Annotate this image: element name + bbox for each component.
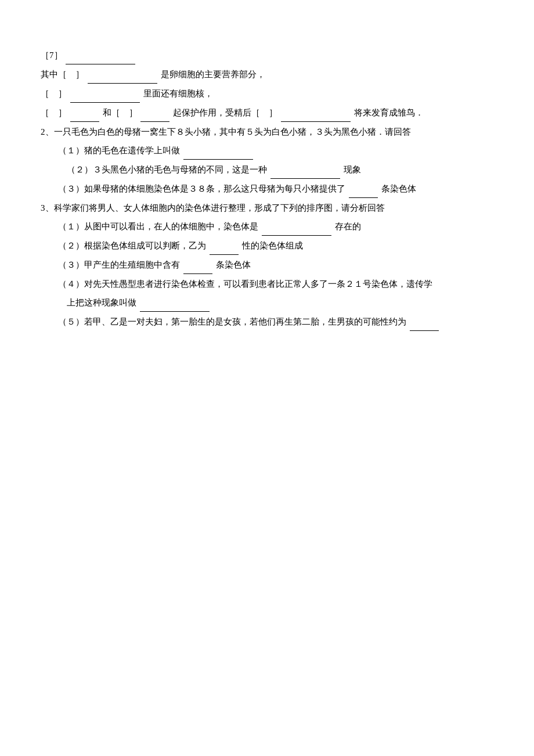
q3-4-2-text: 上把这种现象叫做 (67, 298, 136, 307)
bracket-4a: ［ ］ (41, 108, 67, 117)
q3-1-suffix: 存在的 (335, 222, 361, 231)
blank-nutrition (88, 66, 157, 84)
q2-3-text: （３）如果母猪的体细胞染色体是３８条，那么这只母猪为每只小猪提供了 (58, 184, 345, 193)
text-qizhong: 其中［ ］ (41, 70, 84, 79)
bracket-3: ［ ］ (41, 89, 67, 98)
blank-q3-3 (183, 256, 212, 274)
blank-q2-2 (270, 161, 340, 179)
blank-protect-1 (70, 104, 99, 122)
bracket-7: ［7］ (41, 51, 63, 60)
q2-sub2: （２）３头黑色小猪的毛色与母猪的不同，这是一种 现象 (41, 161, 493, 179)
question-2: 2、一只毛色为白色的母猪一窝生下８头小猪，其中有５头为白色小猪，３头为黑色小猪．… (41, 123, 493, 141)
blank-q3-4 (140, 294, 210, 312)
blank-nucleus (70, 85, 140, 103)
line-7: ［7］ (41, 46, 493, 64)
q3-2-suffix: 性的染色体组成 (242, 241, 303, 250)
text-nucleus-suffix: 里面还有细胞核， (143, 89, 213, 98)
q3-3-text: （３）甲产生的生殖细胞中含有 (58, 260, 180, 269)
line-egg-nutrition: 其中［ ］ 是卵细胞的主要营养部分， (41, 66, 493, 84)
q3-sub2: （２）根据染色体组成可以判断，乙为 性的染色体组成 (41, 237, 493, 255)
blank-7 (66, 46, 135, 64)
q3-sub4-line1: （４）对先天性愚型患者进行染色体检查，可以看到患者比正常人多了一条２１号染色体，… (41, 275, 493, 293)
text-protect-suffix: 起保护作用，受精后［ ］ (173, 108, 277, 117)
question-3: 3、科学家们将男人、女人体细胞内的染色体进行整理，形成了下列的排序图，请分析回答 (41, 199, 493, 217)
line-cell-nucleus: ［ ］ 里面还有细胞核， (41, 85, 493, 103)
q3-1-text: （１）从图中可以看出，在人的体细胞中，染色体是 (58, 222, 258, 231)
blank-q3-2 (210, 237, 239, 255)
blank-q3-1 (262, 218, 331, 236)
blank-develop (281, 104, 351, 122)
q3-sub1: （１）从图中可以看出，在人的体细胞中，染色体是 存在的 (41, 218, 493, 236)
text-nutrition-suffix: 是卵细胞的主要营养部分， (161, 70, 265, 79)
q3-2-text: （２）根据染色体组成可以判断，乙为 (58, 241, 206, 250)
text-develop-suffix: 将来发育成雏鸟． (354, 108, 424, 117)
q2-2-text: （２）３头黑色小猪的毛色与母猪的不同，这是一种 (67, 165, 267, 174)
q2-2-suffix: 现象 (344, 165, 361, 174)
q3-sub3: （３）甲产生的生殖细胞中含有 条染色体 (41, 256, 493, 274)
line-protection: ［ ］ 和［ ］ 起保护作用，受精后［ ］ 将来发育成雏鸟． (41, 104, 493, 122)
q2-sub3: （３）如果母猪的体细胞染色体是３８条，那么这只母猪为每只小猪提供了 条染色体 (41, 180, 493, 198)
q3-sub5: （５）若甲、乙是一对夫妇，第一胎生的是女孩，若他们再生第二胎，生男孩的可能性约为 (41, 313, 493, 331)
text-and: 和［ ］ (103, 108, 138, 117)
q2-1-text: （１）猪的毛色在遗传学上叫做 (58, 146, 180, 155)
q3-5-text: （５）若甲、乙是一对夫妇，第一胎生的是女孩，若他们再生第二胎，生男孩的可能性约为 (58, 317, 406, 326)
main-content: ［7］ 其中［ ］ 是卵细胞的主要营养部分， ［ ］ 里面还有细胞核， ［ ］ … (41, 46, 493, 331)
q3-sub4-line2: 上把这种现象叫做 (41, 294, 493, 312)
q3-3-suffix: 条染色体 (216, 260, 251, 269)
blank-protect-2 (140, 104, 169, 122)
blank-q2-3 (349, 180, 378, 198)
blank-q3-5 (410, 313, 439, 331)
q2-3-suffix: 条染色体 (381, 184, 416, 193)
blank-q2-1 (183, 142, 253, 160)
q2-sub1: （１）猪的毛色在遗传学上叫做 (41, 142, 493, 160)
